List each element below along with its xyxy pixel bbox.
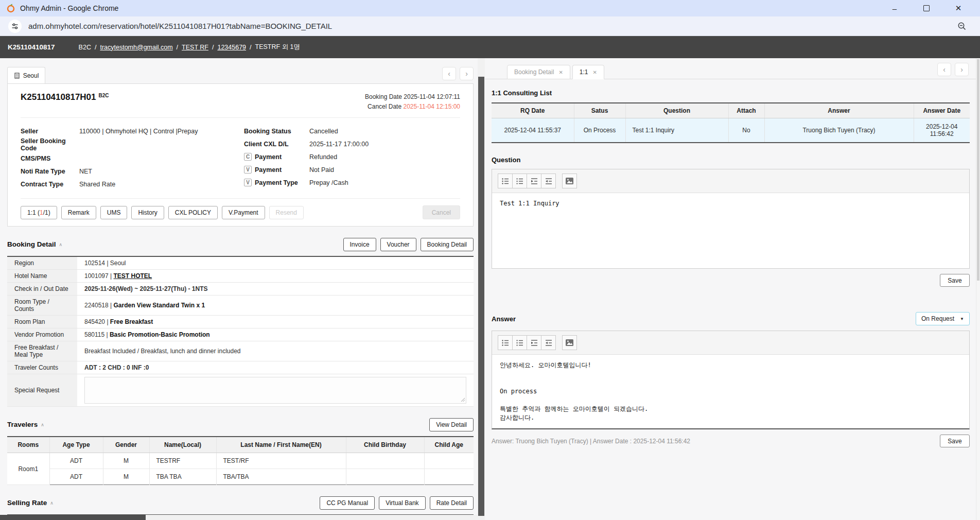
question-save-button[interactable]: Save <box>940 274 970 287</box>
answer-content[interactable]: 안녕하세요. 오마이호텔입니다! On process 특별한 추억과 함께하는… <box>492 355 969 428</box>
collapse-icon[interactable]: ∧ <box>50 500 54 506</box>
field-booking-status: Booking Status Cancelled <box>244 125 460 137</box>
tab-close-icon[interactable]: ✕ <box>558 70 563 75</box>
booking-detail-button[interactable]: Booking Detail <box>421 238 474 251</box>
horizontal-scrollbar[interactable] <box>0 515 478 520</box>
ums-button[interactable]: UMS <box>100 206 128 219</box>
travelers-title: Travelers <box>7 421 38 428</box>
voucher-button[interactable]: Voucher <box>380 238 416 251</box>
tab-close-icon[interactable]: ✕ <box>592 70 597 75</box>
v-payment-type-box: V <box>244 179 252 186</box>
left-panel: Seoul ‹ › K25110410817H01B2C Booking Dat… <box>0 58 478 520</box>
right-panel-scrollbar[interactable] <box>976 58 980 520</box>
booking-detail-table: Region 102514 | Seoul Hotel Name 1001097… <box>7 256 474 407</box>
left-next-icon[interactable]: › <box>460 67 474 80</box>
zoom-out-icon[interactable] <box>957 22 972 31</box>
row-traveler-counts: Traveler Counts ADT : 2 CHD : 0 INF :0 <box>7 361 474 374</box>
indent-icon[interactable] <box>527 335 541 350</box>
close-icon[interactable]: ✕ <box>954 4 962 12</box>
unordered-list-icon[interactable] <box>498 174 513 188</box>
traveler-row: ADT M TBA TBA TBA/TBA <box>7 469 474 485</box>
app-header: K25110410817 B2C / tracytestomh@gmail.co… <box>0 36 980 58</box>
ohmy-logo-icon <box>6 4 15 13</box>
collapse-icon[interactable]: ∧ <box>41 422 44 427</box>
horizontal-scrollbar-thumb[interactable] <box>0 515 146 520</box>
cancel-date-line: Cancel Date 2025-11-04 12:15:00 <box>365 102 460 112</box>
resend-button: Resend <box>269 206 304 219</box>
header-hotel-link[interactable]: TEST RF <box>182 44 208 51</box>
ordered-list-icon[interactable] <box>512 174 527 188</box>
consulting-button[interactable]: 1:1 (1/1) <box>21 206 57 219</box>
collapse-icon[interactable]: ∧ <box>59 242 63 247</box>
answer-editor: 안녕하세요. 오마이호텔입니다! On process 특별한 추억과 함께하는… <box>492 331 970 429</box>
header-number-link[interactable]: 12345679 <box>217 44 246 51</box>
answer-status-select[interactable]: On Request ▼ <box>916 312 970 325</box>
history-button[interactable]: History <box>131 206 164 219</box>
hotel-name-link[interactable]: TEST HOTEL <box>114 272 152 280</box>
traveler-row: Room1 ADT M TESTRF TEST/RF <box>7 453 474 469</box>
remark-button[interactable]: Remark <box>61 206 96 219</box>
booking-detail-title: Booking Detail <box>7 240 56 248</box>
tab-seoul[interactable]: Seoul <box>7 67 45 83</box>
invoice-button[interactable]: Invoice <box>343 238 376 251</box>
chevron-down-icon: ▼ <box>960 317 964 321</box>
consulting-row[interactable]: 2025-12-04 11:55:37 On Process Test 1:1 … <box>492 118 970 143</box>
v-payment-button[interactable]: V.Payment <box>222 206 265 219</box>
v-payment-box: V <box>244 166 252 174</box>
site-settings-icon[interactable] <box>8 20 22 33</box>
unordered-list-icon[interactable] <box>498 335 513 350</box>
cancel-date: 2025-11-04 12:15:00 <box>403 103 460 110</box>
vertical-scrollbar-thumb[interactable] <box>478 77 484 516</box>
header-email-link[interactable]: tracytestomh@gmail.com <box>100 44 172 51</box>
channel-badge: B2C <box>99 93 109 98</box>
booking-code-line: K25110410817H01B2C <box>21 92 109 102</box>
minimize-icon[interactable]: – <box>890 4 899 12</box>
resize-handle-icon[interactable] <box>461 397 465 402</box>
field-v-payment: VPayment Not Paid <box>244 163 460 176</box>
right-tab-bar: Booking Detail ✕ 1:1 ✕ ‹ › <box>485 62 976 79</box>
right-panel-scrollbar-thumb[interactable] <box>977 59 979 281</box>
question-toolbar <box>492 169 969 193</box>
right-prev-icon[interactable]: ‹ <box>937 63 951 76</box>
insert-image-icon[interactable] <box>562 174 577 188</box>
insert-image-icon[interactable] <box>562 335 577 350</box>
view-detail-button[interactable]: View Detail <box>429 418 474 431</box>
booking-date: 2025-11-04 12:07:11 <box>404 93 460 100</box>
field-cms-pms: CMS/PMS <box>21 152 244 165</box>
tab-consulting[interactable]: 1:1 ✕ <box>572 65 604 79</box>
room-label: Room1 <box>7 453 49 485</box>
left-prev-icon[interactable]: ‹ <box>442 67 456 80</box>
consulting-table: RQ Date Satus Question Attach Answer Ans… <box>492 102 970 143</box>
row-meal-type: Free Breakfast / Meal Type Breakfast Inc… <box>7 341 474 361</box>
field-client-cxl: Client CXL D/L 2025-11-17 17:00:00 <box>244 137 460 150</box>
field-contract-type: Contract Type Shared Rate <box>21 178 244 190</box>
field-seller: Seller 110000 | Ohmyhotel HQ | Control |… <box>21 125 244 137</box>
row-special-request: Special Request <box>7 374 474 407</box>
virtual-bank-button[interactable]: Virtual Bank <box>379 496 425 510</box>
header-booking-id: K25110410817 <box>8 43 55 51</box>
header-guest: TESTRF 외 1명 <box>255 43 301 51</box>
maximize-icon[interactable] <box>922 4 931 12</box>
breadcrumb: B2C / tracytestomh@gmail.com / TEST RF /… <box>79 43 300 51</box>
url-text[interactable]: adm.ohmyhotel.com/reservation/hotel/K251… <box>28 22 332 30</box>
cxl-policy-button[interactable]: CXL POLICY <box>168 206 218 219</box>
rate-detail-button[interactable]: Rate Detail <box>430 496 474 510</box>
outdent-icon[interactable] <box>541 335 556 350</box>
tab-booking-detail[interactable]: Booking Detail ✕ <box>507 65 570 79</box>
answer-save-button[interactable]: Save <box>940 435 970 447</box>
right-panel: Booking Detail ✕ 1:1 ✕ ‹ › 1:1 Consultin… <box>485 58 976 520</box>
question-title: Question <box>492 156 970 164</box>
field-seller-booking-code: Seller Booking Code <box>21 137 244 152</box>
right-next-icon[interactable]: › <box>955 63 969 76</box>
booking-code: K25110410817H01 <box>21 92 96 102</box>
indent-icon[interactable] <box>527 174 541 188</box>
ordered-list-icon[interactable] <box>512 335 527 350</box>
row-room-plan: Room Plan 845420 | Free Breakfast <box>7 316 474 328</box>
tab-seoul-label: Seoul <box>23 72 39 79</box>
outdent-icon[interactable] <box>541 174 556 188</box>
cc-pg-manual-button[interactable]: CC PG Manual <box>320 496 375 510</box>
special-request-input[interactable] <box>84 377 466 404</box>
row-room-type: Room Type / Counts 2240518 | Garden View… <box>7 296 474 316</box>
question-content[interactable]: Test 1:1 Inquiry <box>492 193 969 268</box>
vertical-scrollbar[interactable] <box>478 58 485 520</box>
